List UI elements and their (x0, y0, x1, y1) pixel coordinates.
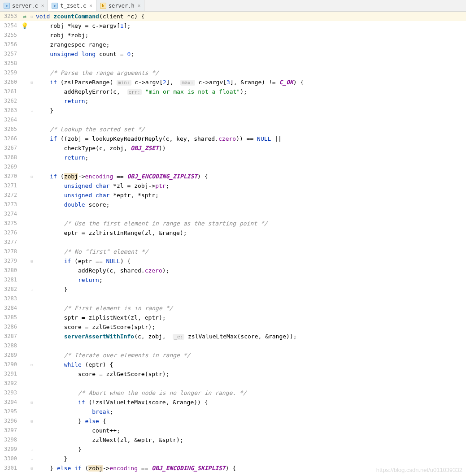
fold-marker[interactable] (29, 416, 35, 426)
code-line[interactable]: 3253⇄void zcountCommand(client *c) { (0, 12, 466, 21)
code-content[interactable] (35, 59, 466, 68)
tab-server-h[interactable]: hserver.h× (96, 0, 144, 11)
code-line[interactable]: 3300 } (0, 454, 466, 463)
code-line[interactable]: 3254💡 robj *key = c->argv[1]; (0, 21, 466, 30)
code-line[interactable]: 3255 robj *zobj; (0, 30, 466, 40)
fold-marker[interactable] (29, 445, 35, 454)
code-line[interactable]: 3275 /* Use the first element in range a… (0, 219, 466, 228)
code-content[interactable]: zrangespec range; (35, 40, 466, 49)
code-content[interactable]: } else { (35, 416, 466, 426)
code-line[interactable]: 3299 } (0, 445, 466, 454)
code-content[interactable]: /* Parse the range arguments */ (35, 68, 466, 78)
code-content[interactable]: if ((zobj = lookupKeyReadOrReply(c, key,… (35, 134, 466, 143)
fold-marker[interactable] (29, 12, 35, 21)
code-line[interactable]: 3270 if (zobj->encoding == OBJ_ENCODING_… (0, 172, 466, 181)
code-content[interactable]: eptr = zzlFirstInRange(zl, &range); (35, 228, 466, 238)
code-line[interactable]: 3298 zzlNext(zl, &eptr, &sptr); (0, 435, 466, 445)
close-icon[interactable]: × (41, 3, 44, 9)
close-icon[interactable]: × (89, 3, 92, 9)
fold-collapse-icon[interactable] (30, 466, 33, 471)
code-line[interactable]: 3272 unsigned char *eptr, *sptr; (0, 190, 466, 200)
code-content[interactable]: /* Iterate over elements in range */ (35, 351, 466, 360)
code-content[interactable]: return; (35, 275, 466, 285)
gutter-marker[interactable]: ⇄ (21, 12, 29, 21)
code-line[interactable]: 3261 addReplyError(c, err: "min or max i… (0, 87, 466, 96)
code-content[interactable]: checkType(c, zobj, OBJ_ZSET)) (35, 143, 466, 153)
fold-collapse-icon[interactable] (30, 362, 33, 367)
code-line[interactable]: 3284 /* First element is in range */ (0, 303, 466, 313)
code-content[interactable]: /* Abort when the node is no longer in r… (35, 388, 466, 398)
code-line[interactable]: 3292 (0, 379, 466, 388)
code-content[interactable]: addReply(c, shared.czero); (35, 266, 466, 275)
swap-icon[interactable]: ⇄ (23, 13, 26, 20)
code-line[interactable]: 3257 unsigned long count = 0; (0, 49, 466, 59)
fold-marker[interactable] (29, 106, 35, 115)
fold-collapse-icon[interactable] (30, 400, 33, 405)
code-content[interactable]: score = zzlGetScore(sptr); (35, 369, 466, 379)
code-line[interactable]: 3289 /* Iterate over elements in range *… (0, 351, 466, 360)
code-content[interactable]: if (zobj->encoding == OBJ_ENCODING_ZIPLI… (35, 172, 466, 181)
code-content[interactable]: unsigned long count = 0; (35, 49, 466, 59)
code-line[interactable]: 3281 return; (0, 275, 466, 285)
code-line[interactable]: 3271 unsigned char *zl = zobj->ptr; (0, 181, 466, 190)
code-content[interactable]: count++; (35, 426, 466, 435)
code-content[interactable]: return; (35, 96, 466, 106)
code-content[interactable]: zzlNext(zl, &eptr, &sptr); (35, 435, 466, 445)
fold-end-icon[interactable] (31, 108, 33, 113)
code-line[interactable]: 3295 break; (0, 407, 466, 416)
code-line[interactable]: 3279 if (eptr == NULL) { (0, 256, 466, 266)
code-content[interactable] (35, 294, 466, 303)
code-content[interactable]: return; (35, 153, 466, 162)
fold-marker[interactable] (29, 398, 35, 407)
fold-end-icon[interactable] (31, 287, 33, 292)
code-line[interactable]: 3296 } else { (0, 416, 466, 426)
fold-end-icon[interactable] (31, 456, 33, 461)
fold-collapse-icon[interactable] (30, 174, 33, 179)
code-line[interactable]: 3266 if ((zobj = lookupKeyReadOrReply(c,… (0, 134, 466, 143)
code-content[interactable]: } (35, 106, 466, 115)
code-content[interactable]: unsigned char *eptr, *sptr; (35, 190, 466, 200)
tab-t_zset-c[interactable]: ct_zset.c× (48, 0, 96, 11)
fold-marker[interactable] (29, 172, 35, 181)
code-content[interactable] (35, 115, 466, 125)
code-content[interactable]: if (!zslValueLteMax(score, &range)) { (35, 398, 466, 407)
code-content[interactable]: /* Lookup the sorted set */ (35, 125, 466, 134)
bulb-icon[interactable]: 💡 (21, 22, 28, 29)
code-content[interactable]: void zcountCommand(client *c) { (35, 12, 466, 21)
code-line[interactable]: 3256 zrangespec range; (0, 40, 466, 49)
code-content[interactable] (35, 238, 466, 247)
fold-collapse-icon[interactable] (30, 419, 33, 424)
code-content[interactable]: /* Use the first element in range as the… (35, 219, 466, 228)
code-content[interactable]: break; (35, 407, 466, 416)
code-line[interactable]: 3294 if (!zslValueLteMax(score, &range))… (0, 398, 466, 407)
fold-collapse-icon[interactable] (30, 80, 33, 85)
code-line[interactable]: 3258 (0, 59, 466, 68)
fold-collapse-icon[interactable] (30, 14, 33, 19)
code-line[interactable]: 3285 sptr = ziplistNext(zl, eptr); (0, 313, 466, 322)
code-line[interactable]: 3267 checkType(c, zobj, OBJ_ZSET)) (0, 143, 466, 153)
code-line[interactable]: 3283 (0, 294, 466, 303)
code-line[interactable]: 3282 } (0, 285, 466, 294)
fold-collapse-icon[interactable] (30, 259, 33, 264)
code-line[interactable]: 3264 (0, 115, 466, 125)
code-content[interactable]: if (eptr == NULL) { (35, 256, 466, 266)
code-line[interactable]: 3277 (0, 238, 466, 247)
code-line[interactable]: 3286 score = zzlGetScore(sptr); (0, 322, 466, 332)
code-content[interactable]: robj *zobj; (35, 30, 466, 40)
code-line[interactable]: 3288 (0, 341, 466, 351)
code-content[interactable]: serverAssertWithInfo(c, zobj, _e: zslVal… (35, 332, 466, 341)
code-content[interactable]: } (35, 454, 466, 463)
code-line[interactable]: 3301 } else if (zobj->encoding == OBJ_EN… (0, 463, 466, 473)
code-line[interactable]: 3287 serverAssertWithInfo(c, zobj, _e: z… (0, 332, 466, 341)
code-line[interactable]: 3263 } (0, 106, 466, 115)
fold-marker[interactable] (29, 285, 35, 294)
code-line[interactable]: 3293 /* Abort when the node is no longer… (0, 388, 466, 398)
code-content[interactable]: while (eptr) { (35, 360, 466, 369)
code-line[interactable]: 3265 /* Lookup the sorted set */ (0, 125, 466, 134)
code-line[interactable]: 3269 (0, 162, 466, 172)
tab-server-c[interactable]: cserver.c× (0, 0, 48, 11)
fold-marker[interactable] (29, 360, 35, 369)
code-content[interactable]: } else if (zobj->encoding == OBJ_ENCODIN… (35, 463, 466, 473)
code-line[interactable]: 3268 return; (0, 153, 466, 162)
code-content[interactable]: } (35, 445, 466, 454)
